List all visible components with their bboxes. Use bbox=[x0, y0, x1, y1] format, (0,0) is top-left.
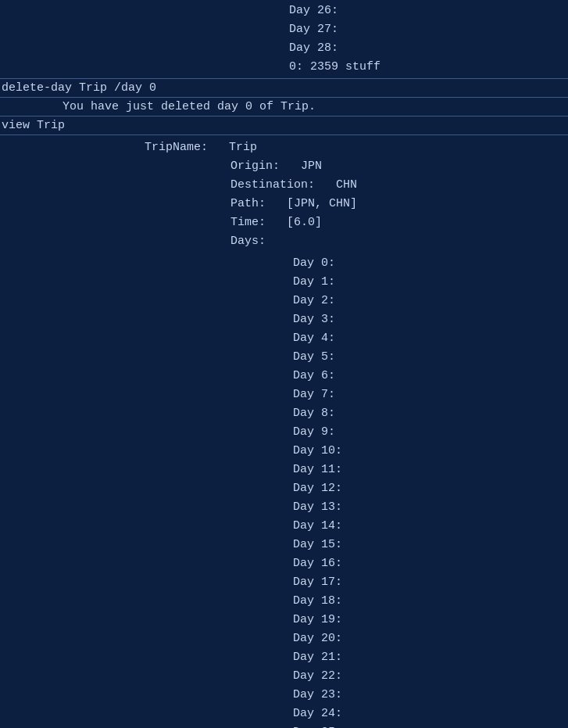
top-line-2: Day 27: bbox=[289, 20, 568, 39]
day-item-5: Day 5: bbox=[293, 348, 568, 367]
trip-origin-row: Origin: JPN bbox=[145, 157, 568, 176]
delete-message-line: You have just deleted day 0 of Trip. bbox=[0, 98, 568, 116]
day-item-19: Day 19: bbox=[293, 611, 568, 629]
top-line-3: Day 28: bbox=[289, 39, 568, 58]
trip-days-label-row: Days: bbox=[145, 232, 568, 251]
day-item-17: Day 17: bbox=[293, 573, 568, 592]
trip-time-value: [6.0] bbox=[287, 216, 322, 229]
trip-details: TripName: Trip Origin: JPN Destination: … bbox=[0, 135, 568, 254]
day-item-1: Day 1: bbox=[293, 273, 568, 292]
day-item-6: Day 6: bbox=[293, 367, 568, 386]
day-item-0: Day 0: bbox=[293, 254, 568, 273]
trip-destination-row: Destination: CHN bbox=[145, 176, 568, 195]
trip-path-label: Path: bbox=[230, 197, 266, 210]
trip-days-label: Days: bbox=[230, 235, 266, 248]
day-item-22: Day 22: bbox=[293, 667, 568, 686]
day-item-12: Day 12: bbox=[293, 479, 568, 498]
day-item-10: Day 10: bbox=[293, 442, 568, 461]
delete-command-line: delete-day Trip /day 0 bbox=[0, 79, 568, 97]
trip-name-value: Trip bbox=[229, 141, 257, 154]
day-item-20: Day 20: bbox=[293, 629, 568, 648]
day-item-16: Day 16: bbox=[293, 554, 568, 573]
day-item-25: Day 25: bbox=[293, 723, 568, 728]
day-item-3: Day 3: bbox=[293, 310, 568, 329]
day-item-18: Day 18: bbox=[293, 592, 568, 611]
terminal: Day 26: Day 27: Day 28: 0: 2359 stuff de… bbox=[0, 0, 568, 728]
trip-path-value: [JPN, CHN] bbox=[287, 197, 357, 210]
trip-origin-label: Origin: bbox=[230, 160, 280, 173]
view-command-line: view Trip bbox=[0, 117, 568, 134]
day-item-13: Day 13: bbox=[293, 498, 568, 517]
day-item-8: Day 8: bbox=[293, 404, 568, 423]
days-list: Day 0:Day 1:Day 2:Day 3:Day 4:Day 5:Day … bbox=[0, 254, 568, 728]
trip-destination-value: CHN bbox=[336, 178, 357, 192]
day-item-15: Day 15: bbox=[293, 536, 568, 554]
day-item-14: Day 14: bbox=[293, 517, 568, 536]
view-command-text: view Trip bbox=[2, 119, 65, 132]
day-item-21: Day 21: bbox=[293, 648, 568, 667]
day-item-23: Day 23: bbox=[293, 686, 568, 705]
trip-origin-value: JPN bbox=[301, 160, 322, 173]
delete-message-text: You have just deleted day 0 of Trip. bbox=[63, 100, 316, 113]
top-line-1: Day 26: bbox=[289, 2, 568, 20]
trip-time-label: Time: bbox=[230, 216, 266, 229]
top-output: Day 26: Day 27: Day 28: 0: 2359 stuff bbox=[0, 0, 568, 78]
day-item-2: Day 2: bbox=[293, 292, 568, 310]
trip-destination-label: Destination: bbox=[230, 178, 315, 192]
day-item-9: Day 9: bbox=[293, 423, 568, 442]
trip-time-row: Time: [6.0] bbox=[145, 213, 568, 232]
day-item-11: Day 11: bbox=[293, 461, 568, 479]
trip-path-row: Path: [JPN, CHN] bbox=[145, 195, 568, 213]
trip-name-label: TripName: bbox=[145, 141, 208, 154]
trip-name-row: TripName: Trip bbox=[145, 138, 568, 157]
delete-command-text: delete-day Trip /day 0 bbox=[2, 81, 156, 95]
top-line-4: 0: 2359 stuff bbox=[289, 58, 568, 77]
day-item-4: Day 4: bbox=[293, 329, 568, 348]
day-item-7: Day 7: bbox=[293, 386, 568, 404]
day-item-24: Day 24: bbox=[293, 705, 568, 723]
